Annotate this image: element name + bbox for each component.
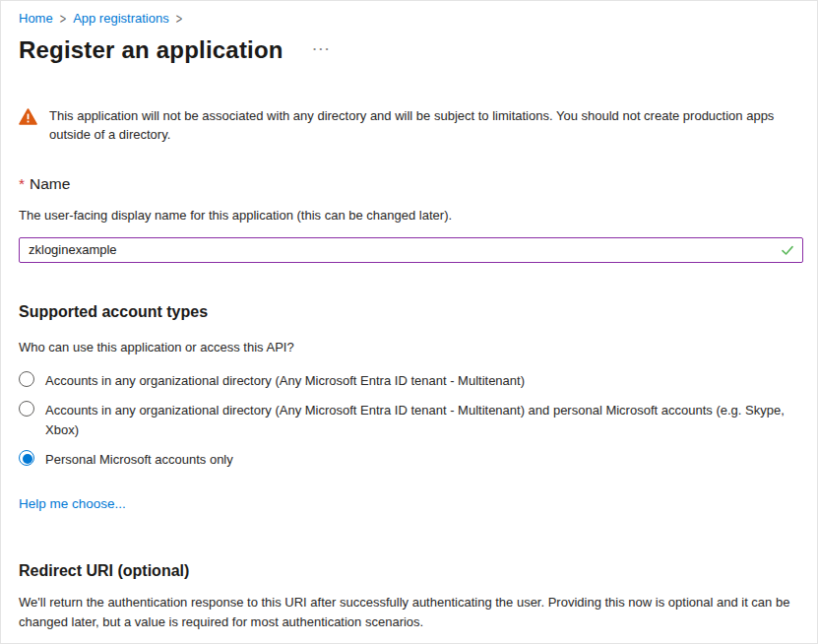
redirect-uri-heading: Redirect URI (optional): [19, 562, 801, 580]
chevron-right-icon: >: [176, 11, 182, 26]
name-label-text: Name: [30, 175, 70, 192]
radio-option-personal-only[interactable]: Personal Microsoft accounts only: [19, 450, 801, 470]
page-title: Register an application: [19, 36, 283, 64]
name-input[interactable]: [19, 237, 803, 263]
page-header: Register an application ···: [19, 36, 801, 64]
radio-unselected-icon[interactable]: [19, 401, 34, 417]
help-me-choose-link[interactable]: Help me choose...: [19, 496, 126, 511]
name-field-description: The user-facing display name for this ap…: [19, 208, 801, 223]
redirect-uri-description: We'll return the authentication response…: [19, 593, 801, 631]
warning-triangle-icon: [19, 108, 37, 129]
radio-option-multitenant[interactable]: Accounts in any organizational directory…: [19, 371, 801, 391]
account-types-radio-group: Accounts in any organizational directory…: [19, 371, 801, 471]
radio-option-label: Accounts in any organizational directory…: [45, 401, 795, 440]
warning-banner: This application will not be associated …: [19, 107, 801, 145]
account-types-question: Who can use this application or access t…: [19, 340, 801, 354]
warning-text: This application will not be associated …: [49, 107, 801, 145]
radio-unselected-icon[interactable]: [19, 371, 34, 387]
radio-option-multitenant-personal[interactable]: Accounts in any organizational directory…: [19, 401, 801, 440]
breadcrumb-link-home[interactable]: Home: [19, 11, 53, 26]
name-field-label: *Name: [19, 175, 801, 193]
breadcrumb: Home > App registrations >: [19, 11, 801, 26]
name-input-wrap: [19, 237, 803, 263]
radio-selected-icon[interactable]: [19, 450, 34, 466]
radio-option-label: Personal Microsoft accounts only: [45, 450, 233, 470]
required-asterisk: *: [19, 175, 25, 192]
radio-option-label: Accounts in any organizational directory…: [45, 371, 525, 391]
more-menu-icon[interactable]: ···: [313, 41, 332, 56]
supported-account-types-heading: Supported account types: [19, 303, 801, 321]
chevron-right-icon: >: [60, 11, 66, 26]
breadcrumb-link-app-registrations[interactable]: App registrations: [73, 11, 169, 26]
